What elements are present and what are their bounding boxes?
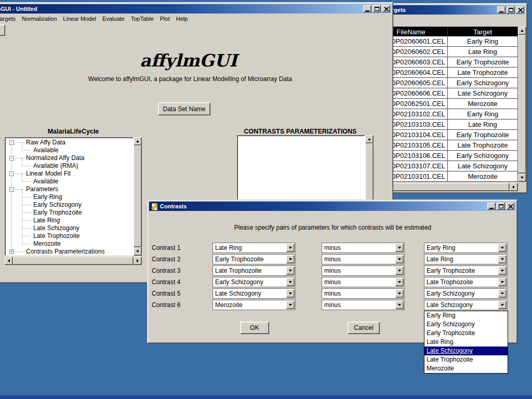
contrast-right-combobox[interactable]: Late Ring — [424, 254, 508, 264]
menu-item[interactable]: Linear Model — [60, 15, 99, 23]
tree-expand-icon[interactable]: + — [9, 249, 14, 254]
contrast-operator-combobox[interactable]: minus — [322, 277, 405, 287]
dataset-name-button[interactable]: Data Set Name — [158, 102, 210, 115]
scrollbar-thumb[interactable] — [382, 183, 510, 191]
contrasts-title-bar[interactable]: Contrasts — [149, 202, 515, 211]
toolbar-button[interactable] — [0, 24, 5, 36]
scroll-right-button[interactable] — [134, 257, 142, 265]
contrast-left-combobox[interactable]: Early Schizogony — [212, 277, 296, 287]
combobox-arrow-button[interactable] — [498, 267, 507, 275]
dropdown-item[interactable]: Early Ring — [424, 311, 508, 320]
dropdown-item[interactable]: Early Schizogony — [424, 320, 508, 329]
targets-title-bar[interactable]: Targets — [374, 5, 525, 15]
table-row[interactable]: DP02062501.CEL Merozoite — [374, 99, 518, 109]
combobox-arrow-button[interactable] — [286, 289, 295, 298]
maximize-button[interactable] — [497, 203, 505, 210]
scroll-up-button[interactable] — [365, 135, 374, 143]
ok-button[interactable]: OK — [240, 322, 269, 334]
table-row[interactable]: DP02060603.CEL Early Trophozoite — [374, 57, 518, 68]
tree-horizontal-scrollbar[interactable] — [5, 257, 142, 265]
close-button[interactable] — [516, 6, 524, 14]
contrast-operator-combobox[interactable]: minus — [322, 265, 405, 276]
contrast-operator-combobox[interactable]: minus — [322, 254, 405, 264]
close-button[interactable] — [382, 5, 390, 12]
contrast-operator-combobox[interactable]: minus — [322, 300, 405, 310]
scrollbar-thumb[interactable] — [518, 35, 526, 174]
contrast-right-combobox[interactable]: Early Schizogony — [424, 288, 508, 299]
tree-node[interactable]: Merozoite — [5, 240, 133, 248]
scroll-down-button[interactable] — [518, 174, 526, 182]
combobox-arrow-button[interactable] — [395, 301, 404, 309]
combobox-arrow-button[interactable] — [395, 289, 404, 298]
tree-node[interactable]: Available — [5, 147, 133, 154]
scrollbar-thumb[interactable] — [13, 257, 134, 265]
scrollbar-thumb[interactable] — [134, 145, 142, 247]
contrast-operator-combobox[interactable]: minus — [322, 243, 405, 253]
combobox-arrow-button[interactable] — [498, 278, 507, 286]
combobox-arrow-button[interactable] — [395, 278, 404, 286]
dropdown-item[interactable]: Early Trophozoite — [424, 329, 508, 338]
menu-item[interactable]: Targets — [0, 15, 19, 23]
contrast-left-combobox[interactable]: Merozoite — [212, 300, 296, 310]
minimize-button[interactable] — [363, 5, 371, 12]
combobox-arrow-button[interactable] — [286, 244, 295, 252]
combobox-arrow-button[interactable] — [498, 301, 507, 309]
scroll-right-button[interactable] — [510, 183, 518, 191]
tree-expand-icon[interactable]: - — [9, 140, 14, 145]
contrast-right-combobox[interactable]: Early Trophozoite — [424, 265, 508, 276]
table-row[interactable]: DP02103105.CEL Late Trophozoite — [374, 140, 518, 151]
maximize-button[interactable] — [507, 6, 515, 14]
contrast-left-combobox[interactable]: Late Trophozoite — [212, 265, 296, 276]
table-row[interactable]: DP02060604.CEL Late Trophozoite — [374, 68, 518, 78]
combobox-arrow-button[interactable] — [498, 289, 507, 298]
contrast-right-combobox[interactable]: Late Schizogony — [424, 300, 508, 310]
combobox-arrow-button[interactable] — [286, 278, 295, 286]
contrast-right-combobox[interactable]: Late Trophozoite — [424, 277, 508, 287]
contrast-left-combobox[interactable]: Late Schizogony — [212, 288, 296, 299]
tree-node[interactable]: Available (RMA) — [5, 162, 133, 170]
table-row[interactable]: DP02060601.CEL Early Ring — [374, 36, 518, 47]
scroll-left-button[interactable] — [5, 257, 13, 265]
menu-item[interactable]: Plot — [157, 15, 173, 23]
combobox-arrow-button[interactable] — [498, 244, 507, 252]
tree-expand-icon[interactable]: - — [9, 171, 14, 176]
combobox-arrow-button[interactable] — [286, 255, 295, 263]
targets-vertical-scrollbar[interactable] — [518, 26, 526, 182]
table-row[interactable]: DP02103106.CEL Early Schizogony — [374, 151, 518, 161]
combobox-arrow-button[interactable] — [395, 267, 404, 275]
dropdown-item[interactable]: Merozoite — [424, 364, 508, 373]
contrast-left-combobox[interactable]: Late Ring — [212, 243, 296, 253]
main-title-bar[interactable]: affylmGUI - Untitled — [0, 4, 391, 14]
table-row[interactable]: DP02103101.CEL Merozoite — [374, 171, 518, 182]
contrast-right-combobox[interactable]: Early Ring — [424, 243, 508, 253]
dropdown-item[interactable]: Late Ring — [424, 338, 508, 347]
dropdown-item[interactable]: Late Trophozoite — [424, 355, 508, 364]
minimize-button[interactable] — [497, 6, 506, 14]
menu-item[interactable]: Evaluate — [99, 15, 128, 23]
table-row[interactable]: DP02103102.CEL Early Ring — [374, 109, 518, 119]
tree-node[interactable]: + Contrasts Parameterizations — [5, 248, 133, 256]
contrast-left-combobox[interactable]: Early Trophozoite — [212, 254, 296, 264]
contrast-operator-combobox[interactable]: minus — [322, 288, 405, 299]
combobox-arrow-button[interactable] — [498, 255, 507, 263]
table-row[interactable]: DP02103107.CEL Late Schizogony — [374, 161, 518, 171]
table-row[interactable]: DP02060605.CEL Early Schizogony — [374, 78, 518, 88]
menu-item[interactable]: Help — [173, 15, 191, 23]
close-button[interactable] — [506, 203, 514, 210]
combobox-arrow-button[interactable] — [286, 301, 295, 309]
targets-horizontal-scrollbar[interactable] — [374, 183, 518, 191]
minimize-button[interactable] — [487, 203, 496, 210]
scroll-down-button[interactable] — [134, 247, 142, 256]
menu-item[interactable]: TopTable — [128, 15, 157, 23]
scroll-up-button[interactable] — [134, 137, 142, 145]
table-row[interactable]: DP02060602.CEL Late Ring — [374, 47, 518, 57]
dropdown-item[interactable]: Late Schizogony — [424, 347, 508, 355]
table-row[interactable]: DP02060606.CEL Late Schizogony — [374, 88, 518, 99]
maximize-button[interactable] — [373, 5, 381, 12]
combobox-arrow-button[interactable] — [395, 255, 404, 263]
cancel-button[interactable]: Cancel — [348, 322, 380, 334]
tree-vertical-scrollbar[interactable] — [134, 137, 142, 256]
tree-expand-icon[interactable]: - — [9, 156, 14, 161]
tree-node[interactable]: Available — [5, 178, 133, 185]
combobox-arrow-button[interactable] — [395, 244, 404, 252]
